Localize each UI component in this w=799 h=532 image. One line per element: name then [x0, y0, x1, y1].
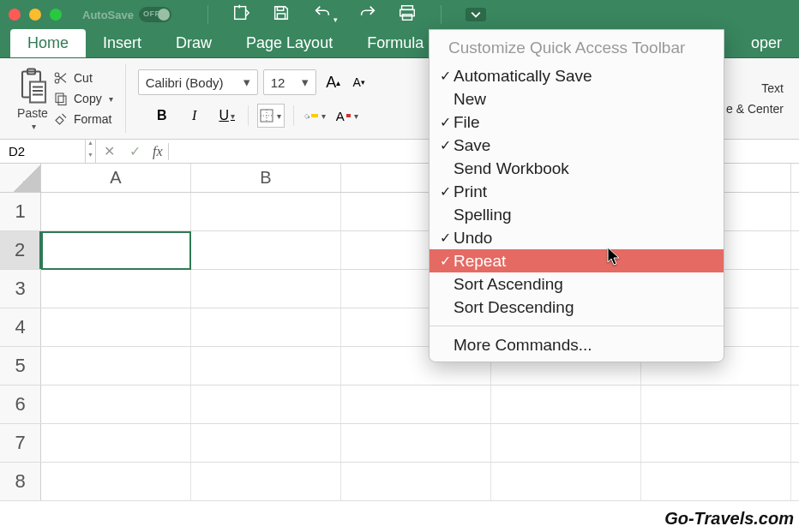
merge-center-partial[interactable]: e & Center	[726, 102, 784, 116]
cell[interactable]	[191, 231, 341, 269]
menu-item-save[interactable]: ✓Save	[430, 134, 724, 157]
copy-button[interactable]: Copy▾	[53, 91, 113, 106]
cell[interactable]	[41, 308, 191, 346]
tab-developer[interactable]: oper	[734, 29, 799, 57]
cell[interactable]	[341, 424, 491, 462]
menu-item-label: Repeat	[454, 252, 506, 271]
cell[interactable]	[191, 463, 341, 500]
print-icon[interactable]	[398, 3, 417, 26]
cell[interactable]	[341, 463, 491, 500]
cell[interactable]	[41, 463, 191, 500]
bold-button[interactable]: B	[150, 104, 174, 128]
font-size-select[interactable]: 12▾	[263, 69, 316, 95]
menu-item-label: Spelling	[454, 206, 512, 224]
font-color-button[interactable]: A ▾	[335, 104, 359, 128]
menu-item-new[interactable]: New	[430, 87, 724, 111]
row-header[interactable]: 6	[0, 386, 41, 423]
window-maximize-button[interactable]	[50, 9, 62, 21]
checkmark-icon: ✓	[436, 68, 454, 84]
underline-button[interactable]: U▾	[215, 104, 239, 128]
italic-button[interactable]: I	[183, 104, 207, 128]
cell[interactable]	[41, 270, 191, 308]
borders-button[interactable]: ▾	[257, 104, 285, 128]
decrease-font-button[interactable]: A▾	[347, 70, 371, 94]
menu-item-label: Print	[454, 182, 487, 201]
open-file-icon[interactable]	[232, 3, 251, 26]
cell[interactable]	[191, 193, 341, 230]
cell[interactable]	[41, 231, 191, 269]
tab-formulas[interactable]: Formula	[350, 29, 441, 57]
cell[interactable]	[491, 424, 641, 462]
cell[interactable]	[491, 386, 641, 423]
col-header-a[interactable]: A	[41, 164, 191, 192]
paste-button[interactable]: Paste▾	[17, 67, 48, 131]
cancel-formula-button[interactable]: ✕	[96, 143, 122, 159]
window-minimize-button[interactable]	[29, 9, 41, 21]
font-size-value: 12	[271, 75, 285, 90]
name-box-stepper[interactable]: ▲▼	[86, 140, 96, 163]
font-group: Calibri (Body)▾ 12▾ A▴ A▾ B I U▾ ▾ ▾	[129, 62, 380, 135]
redo-icon[interactable]	[358, 3, 377, 26]
menu-item-print[interactable]: ✓Print	[430, 180, 724, 203]
tab-home[interactable]: Home	[10, 29, 86, 57]
fill-color-button[interactable]: ▾	[303, 104, 327, 128]
menu-item-more-commands[interactable]: More Commands...	[430, 333, 724, 356]
row-header[interactable]: 5	[0, 347, 41, 385]
autosave-switch[interactable]: OFF	[139, 7, 171, 22]
tab-page-layout[interactable]: Page Layout	[229, 29, 350, 57]
cell[interactable]	[191, 347, 341, 385]
undo-icon[interactable]: ▾	[311, 3, 338, 26]
name-box[interactable]: D2	[0, 140, 86, 163]
col-header-b[interactable]: B	[191, 164, 341, 192]
cell[interactable]	[641, 386, 791, 423]
save-icon[interactable]	[272, 3, 291, 26]
window-close-button[interactable]	[9, 9, 21, 21]
menu-item-sort-ascending[interactable]: Sort Ascending	[430, 272, 724, 296]
cut-button[interactable]: Cut	[53, 70, 113, 86]
row-header[interactable]: 4	[0, 308, 41, 346]
font-name-select[interactable]: Calibri (Body)▾	[138, 69, 258, 95]
tab-draw[interactable]: Draw	[159, 29, 229, 57]
wrap-text-partial[interactable]: Text	[761, 81, 784, 95]
confirm-formula-button[interactable]: ✓	[122, 143, 147, 159]
row-header[interactable]: 3	[0, 270, 41, 308]
row-header[interactable]: 1	[0, 193, 41, 230]
increase-font-button[interactable]: A▴	[321, 70, 345, 94]
cell[interactable]	[41, 424, 191, 462]
row-header[interactable]: 2	[0, 231, 41, 269]
qat-customize-menu: Customize Quick Access Toolbar ✓Automati…	[429, 29, 724, 362]
cell[interactable]	[191, 386, 341, 423]
cell[interactable]	[341, 386, 491, 423]
svg-rect-1	[277, 7, 283, 11]
select-all-corner[interactable]	[0, 164, 41, 192]
color-swatch	[346, 114, 351, 117]
tab-insert[interactable]: Insert	[86, 29, 159, 57]
cell[interactable]	[191, 424, 341, 462]
qat-separator	[207, 5, 208, 24]
checkmark-icon: ✓	[436, 183, 454, 200]
menu-item-label: Sort Descending	[454, 298, 574, 317]
copy-label: Copy	[74, 92, 102, 105]
cell[interactable]	[41, 193, 191, 230]
cell[interactable]	[41, 386, 191, 423]
autosave-toggle[interactable]: AutoSave OFF	[82, 7, 171, 22]
format-painter-button[interactable]: Format	[53, 111, 113, 127]
qat-customize-dropdown[interactable]	[466, 8, 486, 21]
menu-item-repeat[interactable]: ✓Repeat	[430, 249, 724, 272]
row-header[interactable]: 8	[0, 463, 41, 500]
menu-item-file[interactable]: ✓File	[430, 111, 724, 134]
menu-item-undo[interactable]: ✓Undo	[430, 226, 724, 249]
menu-item-spelling[interactable]: Spelling	[430, 203, 724, 226]
cell[interactable]	[641, 463, 791, 500]
cell[interactable]	[191, 308, 341, 346]
svg-rect-12	[58, 96, 66, 105]
menu-item-automatically-save[interactable]: ✓Automatically Save	[430, 64, 724, 87]
cell[interactable]	[641, 424, 791, 462]
row-header[interactable]: 7	[0, 424, 41, 462]
cell[interactable]	[491, 463, 641, 500]
cell[interactable]	[191, 270, 341, 308]
menu-item-send-workbook[interactable]: Send Workbook	[430, 157, 724, 180]
fx-label[interactable]: fx	[147, 144, 168, 159]
cell[interactable]	[41, 347, 191, 385]
menu-item-sort-descending[interactable]: Sort Descending	[430, 296, 724, 319]
